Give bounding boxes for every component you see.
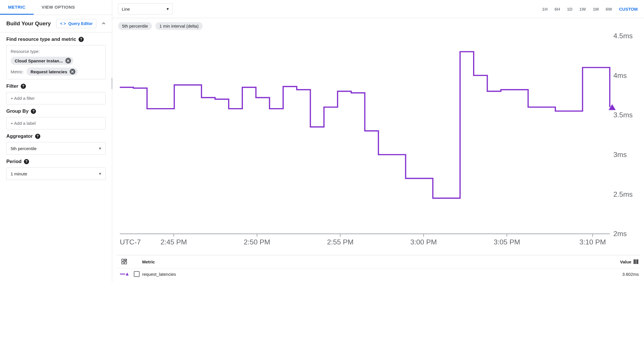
chevron-down-icon: ▾: [167, 6, 169, 12]
aggregator-section: Aggregator ? 5th percentile ▾: [0, 129, 112, 155]
chart-type-value: Line: [122, 7, 130, 12]
time-range-1h[interactable]: 1H: [542, 5, 548, 13]
resource-type-value: Cloud Spanner Instan...: [15, 58, 63, 63]
query-editor-label: Query Editor: [68, 21, 93, 26]
legend-row[interactable]: request_latencies 3.602ms: [116, 268, 640, 282]
svg-text:3.5ms: 3.5ms: [613, 111, 632, 119]
svg-rect-22: [122, 262, 124, 264]
time-range-6h[interactable]: 6H: [554, 5, 561, 13]
time-range-custom[interactable]: CUSTOM: [618, 5, 638, 13]
right-panel: Line ▾ 1H6H1D1W1M6WCUSTOM 5th percentile…: [112, 0, 644, 282]
resource-metric-box: Resource type: Cloud Spanner Instan... ✕…: [6, 45, 106, 79]
svg-rect-23: [125, 262, 127, 264]
period-select[interactable]: 1 minute ▾: [6, 167, 106, 180]
metric-label: Metric:: [11, 69, 24, 74]
filter-section-label: Filter: [6, 83, 18, 89]
time-range-group: 1H6H1D1W1M6WCUSTOM: [542, 5, 638, 13]
svg-text:3ms: 3ms: [613, 151, 627, 158]
tab-metric[interactable]: METRIC: [0, 0, 34, 15]
left-panel: METRIC VIEW OPTIONS Build Your Query < >…: [0, 0, 112, 282]
svg-rect-24: [634, 259, 635, 264]
chart-type-select[interactable]: Line ▾: [118, 3, 173, 14]
groupby-section: Group By ? + Add a label: [0, 104, 112, 129]
svg-text:2:45 PM: 2:45 PM: [161, 238, 187, 246]
chevron-down-icon: ▾: [99, 171, 101, 176]
legend: Metric Value request_latencies 3.602ms: [116, 255, 640, 282]
resource-type-label: Resource type:: [11, 49, 40, 54]
svg-text:2:55 PM: 2:55 PM: [327, 238, 354, 246]
help-icon[interactable]: ?: [21, 84, 26, 89]
svg-rect-20: [122, 259, 124, 261]
time-range-1d[interactable]: 1D: [566, 5, 573, 13]
period-section-label: Period: [6, 159, 22, 164]
help-icon[interactable]: ?: [31, 109, 36, 114]
series-marker-icon: [120, 272, 129, 276]
legend-metric-header: Metric: [142, 259, 604, 264]
badge-percentile: 5th percentile: [118, 22, 152, 30]
legend-series-value: 3.602ms: [604, 272, 639, 277]
period-value: 1 minute: [11, 171, 27, 176]
svg-text:2ms: 2ms: [613, 230, 627, 238]
panel-tabs: METRIC VIEW OPTIONS: [0, 0, 112, 15]
svg-text:3:05 PM: 3:05 PM: [494, 238, 520, 246]
time-range-6w[interactable]: 6W: [605, 5, 613, 13]
close-icon[interactable]: ✕: [70, 69, 75, 74]
find-section-label: Find resource type and metric: [6, 37, 76, 42]
svg-text:2:50 PM: 2:50 PM: [244, 238, 270, 246]
groupby-input[interactable]: + Add a label: [6, 117, 106, 129]
svg-rect-25: [635, 259, 637, 264]
aggregator-select[interactable]: 5th percentile ▾: [6, 142, 106, 155]
svg-text:4ms: 4ms: [613, 72, 627, 79]
svg-text:3:00 PM: 3:00 PM: [410, 238, 437, 246]
metric-value: Request latencies: [31, 69, 67, 74]
close-icon[interactable]: ✕: [65, 58, 71, 64]
help-icon[interactable]: ?: [79, 37, 84, 42]
chevron-up-icon: [102, 22, 106, 26]
svg-text:UTC-7: UTC-7: [120, 238, 141, 246]
svg-text:3:10 PM: 3:10 PM: [579, 238, 606, 246]
chart-badges: 5th percentile 1 min interval (delta): [112, 18, 644, 30]
query-title: Build Your Query: [6, 20, 51, 27]
aggregator-value: 5th percentile: [11, 146, 37, 151]
tab-view-options[interactable]: VIEW OPTIONS: [34, 0, 83, 15]
help-icon[interactable]: ?: [24, 159, 29, 164]
collapse-toggle[interactable]: [100, 20, 107, 27]
series-checkbox[interactable]: [134, 271, 140, 277]
help-icon[interactable]: ?: [35, 134, 40, 139]
metric-chip[interactable]: Request latencies ✕: [26, 68, 78, 76]
code-icon: < >: [60, 21, 66, 26]
badge-interval: 1 min interval (delta): [155, 22, 203, 30]
chevron-down-icon: ▾: [99, 146, 101, 151]
filter-input[interactable]: + Add a filter: [6, 92, 106, 104]
query-editor-button[interactable]: < > Query Editor: [56, 19, 96, 28]
query-header: Build Your Query < > Query Editor: [0, 15, 112, 32]
period-section: Period ? 1 minute ▾: [0, 155, 112, 185]
svg-text:2.5ms: 2.5ms: [613, 190, 632, 198]
legend-series-name: request_latencies: [142, 272, 604, 277]
svg-rect-26: [637, 259, 638, 264]
chart-toolbar: Line ▾ 1H6H1D1W1M6WCUSTOM: [112, 0, 644, 18]
aggregator-section-label: Aggregator: [6, 133, 33, 139]
columns-icon[interactable]: [634, 259, 639, 264]
groupby-section-label: Group By: [6, 108, 28, 114]
resource-type-chip[interactable]: Cloud Spanner Instan... ✕: [11, 57, 73, 65]
resize-handle[interactable]: [111, 78, 113, 89]
legend-value-header: Value: [620, 259, 631, 264]
grid-toggle-icon[interactable]: [121, 259, 127, 265]
latency-chart: 2ms2.5ms3ms3.5ms4ms4.5msUTC-72:45 PM2:50…: [116, 30, 638, 255]
find-section: Find resource type and metric ? Resource…: [0, 32, 112, 79]
svg-text:4.5ms: 4.5ms: [613, 32, 632, 40]
time-range-1w[interactable]: 1W: [579, 5, 586, 13]
time-range-1m[interactable]: 1M: [592, 5, 599, 13]
chart-container: 2ms2.5ms3ms3.5ms4ms4.5msUTC-72:45 PM2:50…: [112, 30, 644, 255]
filter-section: Filter ? + Add a filter: [0, 79, 112, 104]
